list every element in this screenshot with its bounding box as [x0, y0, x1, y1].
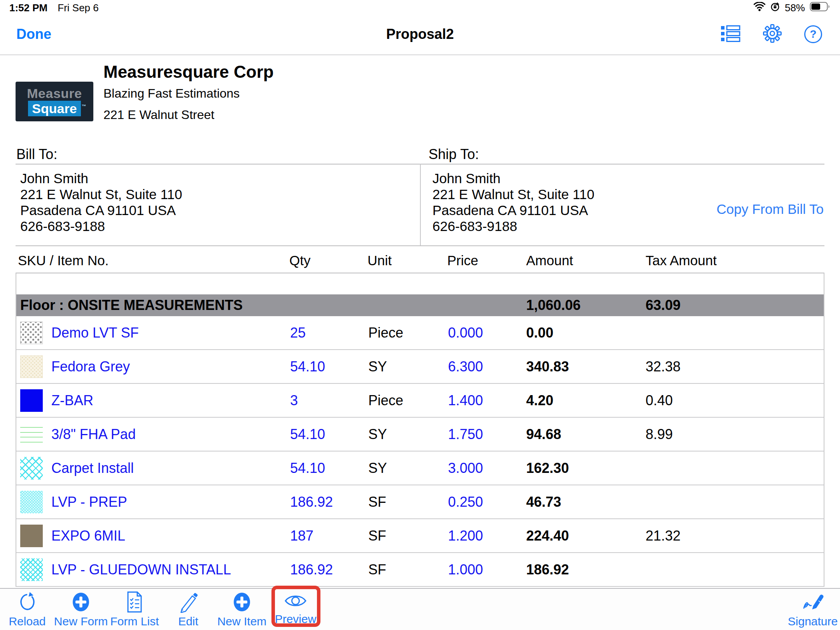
item-amount: 162.30: [526, 460, 569, 476]
gear-icon[interactable]: [763, 24, 782, 44]
logo-text-square: Square: [32, 101, 77, 116]
item-name-link[interactable]: LVP - PREP: [51, 494, 127, 510]
header-price: Price: [447, 253, 478, 268]
table-row[interactable]: LVP - GLUEDOWN INSTALL 186.92 SF 1.000 1…: [16, 553, 824, 587]
table-row[interactable]: Carpet Install 54.10 SY 3.000 162.30: [16, 452, 824, 485]
table-row[interactable]: Demo LVT SF 25 Piece 0.000 0.00: [16, 316, 824, 350]
plus-circle-icon: [70, 591, 92, 614]
edit-button[interactable]: Edit: [161, 591, 215, 628]
logo-text-measure: Measure: [27, 87, 82, 100]
item-name-link[interactable]: LVP - GLUEDOWN INSTALL: [51, 562, 231, 578]
pencil-icon: [177, 591, 199, 614]
item-price[interactable]: 1.750: [448, 426, 483, 443]
item-amount: 94.68: [526, 426, 561, 443]
bill-to-label: Bill To:: [16, 146, 57, 163]
item-qty[interactable]: 187: [290, 528, 313, 544]
table-row[interactable]: LVP - PREP 186.92 SF 0.250 46.73: [16, 485, 824, 519]
table-row[interactable]: Z-BAR 3 Piece 1.400 4.20 0.40: [16, 384, 824, 418]
header-tax-amount: Tax Amount: [646, 253, 717, 268]
line-items-table: Floor : ONSITE MEASUREMENTS 1,060.06 63.…: [16, 273, 824, 587]
item-price[interactable]: 6.300: [448, 359, 483, 375]
bill-to-name: John Smith: [20, 170, 182, 186]
item-tax: 21.32: [646, 528, 681, 544]
copy-from-bill-to-link[interactable]: Copy From Bill To: [716, 201, 824, 217]
ship-to-address[interactable]: John Smith 221 E Walnut St, Suite 110 Pa…: [432, 170, 594, 234]
item-unit: SF: [368, 494, 386, 510]
toolbar-label: New Form: [54, 615, 108, 628]
item-amount: 0.00: [526, 325, 553, 341]
item-qty[interactable]: 54.10: [290, 460, 325, 476]
item-qty[interactable]: 186.92: [290, 562, 333, 578]
item-qty[interactable]: 54.10: [290, 359, 325, 375]
header-sku: SKU / Item No.: [18, 253, 108, 268]
item-price[interactable]: 1.200: [448, 528, 483, 544]
item-tax: 32.38: [646, 359, 681, 375]
help-icon[interactable]: ?: [804, 25, 822, 43]
page-title: Proposal2: [0, 26, 840, 42]
bill-to-street: 221 E Walnut St, Suite 110: [20, 186, 182, 202]
item-qty[interactable]: 54.10: [290, 426, 325, 443]
item-name-link[interactable]: EXPO 6MIL: [51, 528, 125, 544]
address-divider-vertical: [420, 164, 421, 245]
item-qty[interactable]: 186.92: [290, 494, 333, 510]
preview-highlight-box: [271, 586, 320, 627]
form-list-icon: [124, 591, 145, 614]
item-name-link[interactable]: Fedora Grey: [51, 359, 130, 375]
item-price[interactable]: 1.000: [448, 562, 483, 578]
item-unit: Piece: [368, 392, 403, 409]
reload-button[interactable]: Reload: [0, 591, 54, 628]
company-address: 221 E Walnut Street: [103, 108, 274, 122]
list-icon[interactable]: [720, 25, 740, 44]
new-form-button[interactable]: New Form: [54, 591, 108, 628]
nav-bar: Proposal2 Done: [0, 14, 840, 55]
ship-to-street: 221 E Walnut St, Suite 110: [432, 186, 594, 202]
bill-to-city: Pasadena CA 91101 USA: [20, 202, 182, 218]
item-swatch: [20, 457, 43, 480]
battery-percent: 58%: [785, 2, 805, 14]
group-name: Floor : ONSITE MEASUREMENTS: [20, 297, 243, 313]
toolbar-label: New Item: [217, 615, 267, 628]
group-tax-amount: 63.09: [646, 297, 681, 313]
item-qty[interactable]: 25: [290, 325, 306, 341]
company-logo: Measure Square™: [16, 82, 93, 121]
item-swatch: [20, 389, 43, 412]
reload-icon: [16, 591, 38, 614]
ship-to-name: John Smith: [432, 170, 594, 186]
item-price[interactable]: 0.250: [448, 494, 483, 510]
table-row[interactable]: Fedora Grey 54.10 SY 6.300 340.83 32.38: [16, 350, 824, 384]
table-row[interactable]: 3/8" FHA Pad 54.10 SY 1.750 94.68 8.99: [16, 418, 824, 452]
company-name: Measuresquare Corp: [103, 62, 274, 82]
signature-button[interactable]: Signature: [786, 591, 840, 628]
new-item-button[interactable]: New Item: [215, 591, 269, 628]
company-tagline: Blazing Fast Estimations: [103, 86, 274, 101]
item-amount: 46.73: [526, 494, 561, 510]
item-unit: SY: [368, 426, 387, 443]
item-name-link[interactable]: 3/8" FHA Pad: [51, 426, 136, 443]
item-unit: SF: [368, 562, 386, 578]
item-price[interactable]: 1.400: [448, 392, 483, 409]
item-name-link[interactable]: Carpet Install: [51, 460, 134, 476]
group-amount: 1,060.06: [526, 297, 581, 313]
item-amount: 186.92: [526, 562, 569, 578]
item-swatch: [20, 491, 43, 513]
item-price[interactable]: 0.000: [448, 325, 483, 341]
rotation-lock-icon: [770, 2, 780, 14]
item-swatch: [20, 558, 43, 581]
group-row-floor[interactable]: Floor : ONSITE MEASUREMENTS 1,060.06 63.…: [16, 294, 824, 316]
table-row[interactable]: EXPO 6MIL 187 SF 1.200 224.40 21.32: [16, 519, 824, 553]
item-price[interactable]: 3.000: [448, 460, 483, 476]
item-amount: 224.40: [526, 528, 569, 544]
table-header-row: SKU / Item No. Qty Unit Price Amount Tax…: [16, 253, 824, 270]
form-list-button[interactable]: Form List: [107, 591, 162, 628]
item-swatch: [20, 355, 43, 378]
bill-to-phone: 626-683-9188: [20, 218, 182, 234]
proposal-screen: 1:52 PM Fri Sep 6 58%: [0, 0, 840, 630]
empty-row: [16, 273, 824, 294]
item-name-link[interactable]: Demo LVT SF: [51, 325, 139, 341]
done-button[interactable]: Done: [16, 26, 51, 42]
item-name-link[interactable]: Z-BAR: [51, 392, 93, 409]
item-qty[interactable]: 3: [290, 392, 298, 409]
item-swatch: [20, 525, 43, 547]
plus-circle-icon: [231, 591, 253, 614]
bill-to-address[interactable]: John Smith 221 E Walnut St, Suite 110 Pa…: [20, 170, 182, 234]
